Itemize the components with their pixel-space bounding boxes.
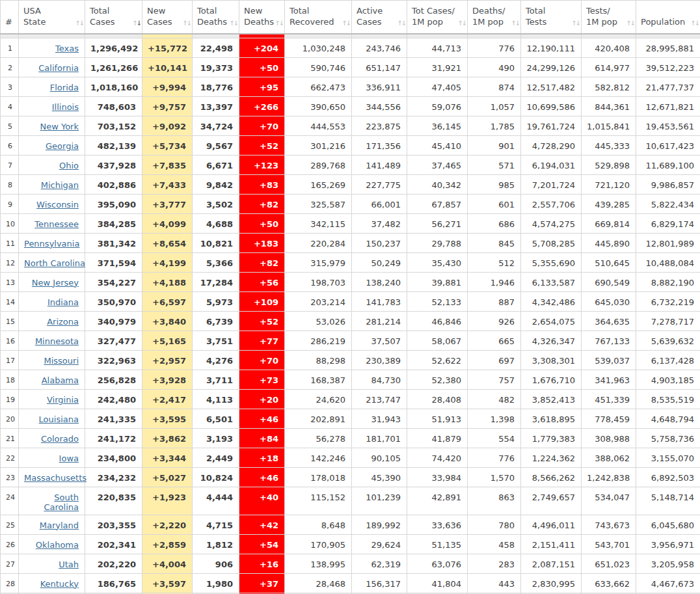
column-label: Population	[641, 17, 685, 27]
state-link[interactable]: Indiana	[47, 297, 79, 307]
active_cases-cell: 150,237	[352, 233, 407, 252]
col-header-new_deaths[interactable]: New Deaths↑↓	[239, 1, 285, 34]
total_cases-cell: 381,342	[85, 233, 142, 252]
deaths_1m-cell: 845	[468, 233, 521, 252]
active_cases-cell: 243,746	[352, 38, 407, 57]
active_cases-cell: 213,747	[352, 389, 407, 409]
state-link[interactable]: California	[38, 63, 79, 73]
sort-desc-icon: ↑↓	[132, 20, 141, 27]
col-header-total_tests[interactable]: Total Tests↑↓	[521, 1, 582, 34]
new_deaths-cell: +82	[239, 252, 285, 272]
state-link[interactable]: Wisconsin	[36, 200, 79, 209]
column-label: Total Recovered	[289, 6, 334, 27]
tests_1m-cell: 582,812	[582, 77, 636, 96]
new_deaths-cell: +52	[239, 135, 285, 155]
state-link[interactable]: Ohio	[59, 161, 79, 170]
total_tests-cell: 1,779,383	[521, 428, 582, 448]
table-row: 28Kentucky186,765+3,5971,980+3728,468156…	[1, 573, 700, 593]
state-cell: Wisconsin	[19, 194, 85, 213]
state-link[interactable]: Colorado	[41, 434, 79, 444]
sort-icon: ↑↓	[511, 20, 519, 27]
new_deaths-cell: +82	[239, 194, 285, 213]
state-link[interactable]: Florida	[50, 83, 79, 92]
state-link[interactable]: Arizona	[47, 317, 79, 327]
col-header-tests_1m[interactable]: Tests/ 1M pop↑↓	[582, 1, 636, 34]
new_cases-cell: +3,777	[142, 194, 193, 213]
state-link[interactable]: Utah	[59, 560, 79, 569]
population-cell: 4,467,673	[636, 573, 700, 593]
col-header-active_cases[interactable]: Active Cases↑↓	[352, 1, 407, 34]
deaths_1m-cell: 283	[468, 554, 521, 573]
state-cell: Iowa	[19, 448, 85, 467]
row-rank: 16	[1, 331, 19, 350]
state-link[interactable]: Pennsylvania	[24, 239, 79, 249]
state-cell: Utah	[19, 554, 85, 573]
population-cell: 7,278,717	[636, 311, 700, 331]
total_tests-cell: 5,708,285	[521, 233, 582, 252]
active_cases-cell: 281,214	[352, 311, 407, 331]
state-link[interactable]: Georgia	[46, 141, 79, 151]
total_tests-cell: 12,517,482	[521, 77, 582, 96]
state-link[interactable]: Massachusetts	[24, 473, 87, 483]
col-header-total_cases[interactable]: Total Cases↑↓	[85, 1, 142, 34]
col-header-total_deaths[interactable]: Total Deaths↑↓	[193, 1, 239, 34]
new_deaths-cell: +266	[239, 96, 285, 116]
state-link[interactable]: Maryland	[40, 520, 79, 530]
deaths_1m-cell: 686	[468, 213, 521, 233]
col-header-population[interactable]: Population↑↓	[636, 1, 700, 34]
state-link[interactable]: Alabama	[42, 375, 79, 385]
new_deaths-cell: +16	[239, 554, 285, 573]
tests_1m-cell: 534,047	[582, 487, 636, 515]
state-link[interactable]: Michigan	[41, 180, 79, 190]
tests_1m-cell: 388,062	[582, 448, 636, 467]
state-link[interactable]: Kentucky	[40, 579, 79, 589]
state-link[interactable]: SouthCarolina	[44, 493, 79, 512]
row-rank: 15	[1, 311, 19, 331]
active_cases-cell: 156,317	[352, 573, 407, 593]
deaths_1m-cell: 601	[468, 194, 521, 213]
state-link[interactable]: Louisiana	[39, 414, 79, 424]
state-link[interactable]: New Jersey	[32, 278, 79, 288]
state-cell: Ohio	[19, 155, 85, 174]
total_recovered-cell: 170,905	[285, 534, 352, 554]
total_deaths-cell: 10,824	[193, 467, 239, 487]
state-link[interactable]: New York	[40, 122, 79, 131]
col-header-cases_1m[interactable]: Tot Cases/ 1M pop↑↓	[407, 1, 468, 34]
new_cases-cell: +3,840	[142, 311, 193, 331]
state-cell: Kentucky	[19, 573, 85, 593]
row-rank: 27	[1, 554, 19, 573]
col-header-state[interactable]: USA State↑↓	[19, 1, 85, 34]
new_deaths-cell: +20	[239, 389, 285, 409]
state-link[interactable]: Missouri	[44, 356, 79, 366]
state-link[interactable]: Tennessee	[34, 219, 79, 229]
active_cases-cell: 171,356	[352, 135, 407, 155]
total_cases-cell: 437,928	[85, 155, 142, 174]
population-cell: 12,801,989	[636, 233, 700, 252]
total_deaths-cell: 3,502	[193, 194, 239, 213]
population-cell: 5,148,714	[636, 487, 700, 515]
total_cases-cell: 234,232	[85, 467, 142, 487]
col-header-deaths_1m[interactable]: Deaths/ 1M pop↑↓	[468, 1, 521, 34]
col-header-total_recovered[interactable]: Total Recovered↑↓	[285, 1, 352, 34]
new_deaths-cell: +46	[239, 467, 285, 487]
total_recovered-cell: 220,284	[285, 233, 352, 252]
col-header-new_cases[interactable]: New Cases↑↓	[142, 1, 193, 34]
total_recovered-cell: 203,214	[285, 291, 352, 311]
total_recovered-cell: 301,216	[285, 135, 352, 155]
state-link[interactable]: Oklahoma	[36, 540, 79, 550]
state-link[interactable]: Iowa	[59, 453, 79, 463]
state-link[interactable]: Virginia	[47, 395, 79, 405]
state-link[interactable]: Texas	[55, 44, 79, 53]
total_deaths-cell: 5,973	[193, 291, 239, 311]
state-cell: Missouri	[19, 350, 85, 370]
sort-icon: ↑↓	[397, 20, 405, 27]
new_deaths-cell: +40	[239, 487, 285, 515]
total_cases-cell: 202,341	[85, 534, 142, 554]
state-link[interactable]: Minnesota	[35, 336, 79, 346]
row-rank: 4	[1, 96, 19, 116]
active_cases-cell: 344,556	[352, 96, 407, 116]
state-link[interactable]: North Carolina	[24, 258, 85, 268]
state-link[interactable]: Illinois	[52, 102, 79, 112]
column-label: New Cases	[147, 6, 172, 27]
table-row: 25Maryland203,355+2,2204,715+428,648189,…	[1, 515, 700, 534]
